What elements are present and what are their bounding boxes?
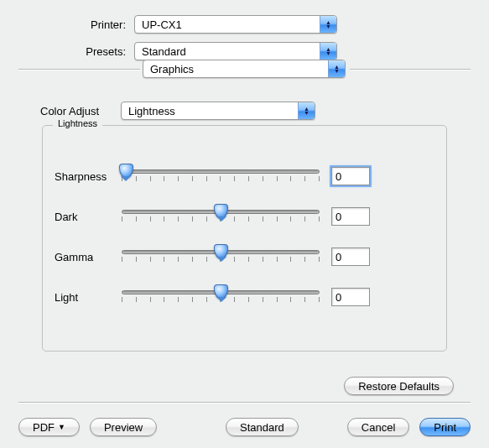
updown-icon bbox=[298, 102, 315, 119]
light-slider[interactable] bbox=[122, 285, 320, 309]
printer-label: Printer: bbox=[0, 18, 134, 31]
pane-value: Graphics bbox=[150, 63, 328, 76]
cancel-button[interactable]: Cancel bbox=[347, 418, 409, 436]
updown-icon bbox=[328, 60, 345, 77]
gamma-input[interactable] bbox=[331, 247, 370, 266]
dark-slider[interactable] bbox=[122, 205, 320, 228]
color-adjust-value: Lightness bbox=[128, 105, 298, 117]
lightness-group: Lightness Sharpness Dark Gamma bbox=[42, 125, 447, 352]
sharpness-label: Sharpness bbox=[55, 170, 122, 183]
gamma-slider[interactable] bbox=[122, 245, 320, 268]
presets-select[interactable]: Standard bbox=[134, 42, 337, 60]
presets-value: Standard bbox=[142, 45, 320, 58]
print-button[interactable]: Print bbox=[419, 418, 471, 436]
restore-defaults-button[interactable]: Restore Defaults bbox=[344, 377, 454, 395]
printer-value: UP-CX1 bbox=[142, 18, 320, 31]
preview-button[interactable]: Preview bbox=[90, 418, 157, 436]
standard-button[interactable]: Standard bbox=[226, 418, 299, 436]
presets-label: Presets: bbox=[0, 45, 134, 58]
dark-label: Dark bbox=[55, 211, 122, 223]
fieldset-legend: Lightness bbox=[53, 118, 102, 128]
chevron-down-icon: ▼ bbox=[58, 423, 65, 431]
printer-select[interactable]: UP-CX1 bbox=[134, 15, 337, 34]
updown-icon bbox=[320, 43, 336, 60]
sharpness-slider[interactable] bbox=[122, 164, 320, 188]
light-label: Light bbox=[55, 291, 122, 304]
pdf-menu-button[interactable]: PDF ▼ bbox=[18, 418, 80, 436]
updown-icon bbox=[320, 16, 336, 33]
light-input[interactable] bbox=[331, 288, 370, 306]
pdf-label: PDF bbox=[33, 421, 55, 434]
sharpness-input[interactable] bbox=[331, 167, 370, 185]
color-adjust-select[interactable]: Lightness bbox=[121, 102, 315, 120]
dark-input[interactable] bbox=[331, 207, 370, 226]
gamma-label: Gamma bbox=[55, 251, 122, 263]
color-adjust-label: Color Adjust bbox=[40, 105, 121, 117]
pane-select[interactable]: Graphics bbox=[143, 60, 346, 78]
